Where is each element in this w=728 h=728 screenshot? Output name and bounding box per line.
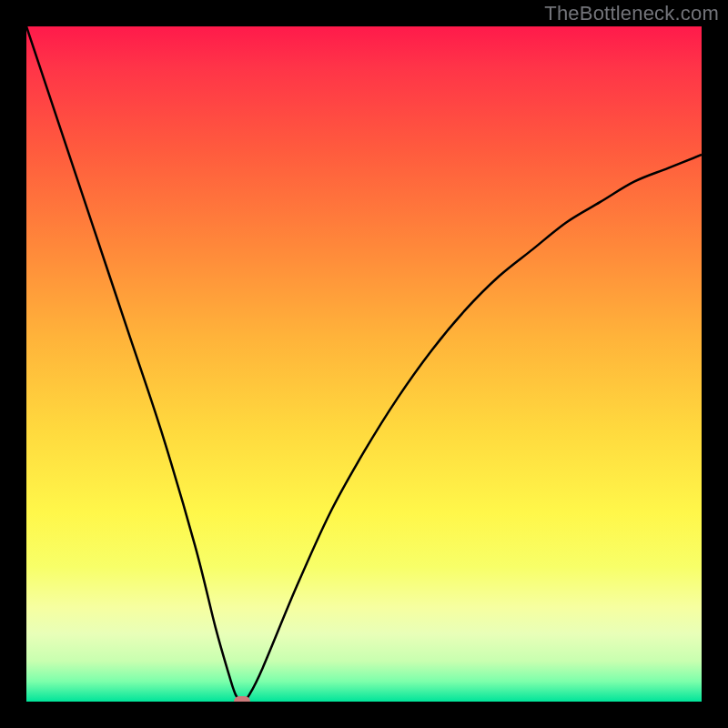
bottleneck-curve bbox=[26, 26, 702, 702]
curve-svg bbox=[26, 26, 702, 702]
plot-frame bbox=[26, 26, 702, 702]
optimal-point-marker bbox=[234, 696, 250, 702]
watermark-text: TheBottleneck.com bbox=[544, 2, 719, 25]
